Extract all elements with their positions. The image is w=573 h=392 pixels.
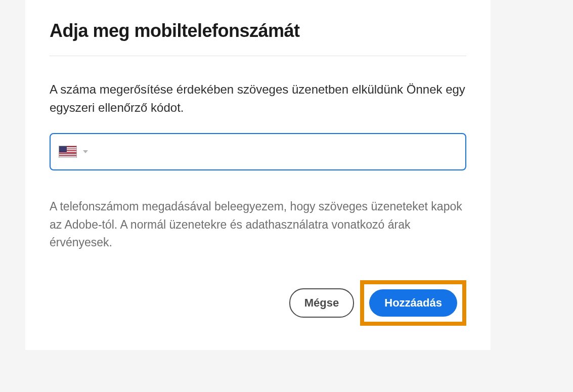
add-button-highlight: Hozzáadás [360,280,466,326]
phone-number-input[interactable] [96,144,457,160]
phone-input-container[interactable] [50,133,466,170]
dialog-title: Adja meg mobiltelefonszámát [50,20,466,56]
dialog-description: A száma megerősítése érdekében szöveges … [50,80,466,117]
add-button[interactable]: Hozzáadás [369,289,457,317]
us-flag-icon[interactable] [59,146,77,158]
cancel-button[interactable]: Mégse [289,288,354,318]
country-dropdown-arrow-icon[interactable] [83,150,88,153]
dialog-buttons: Mégse Hozzáadás [50,280,466,326]
disclaimer-text: A telefonszámom megadásával beleegyezem,… [50,198,466,252]
add-phone-dialog: Adja meg mobiltelefonszámát A száma mege… [25,0,491,350]
